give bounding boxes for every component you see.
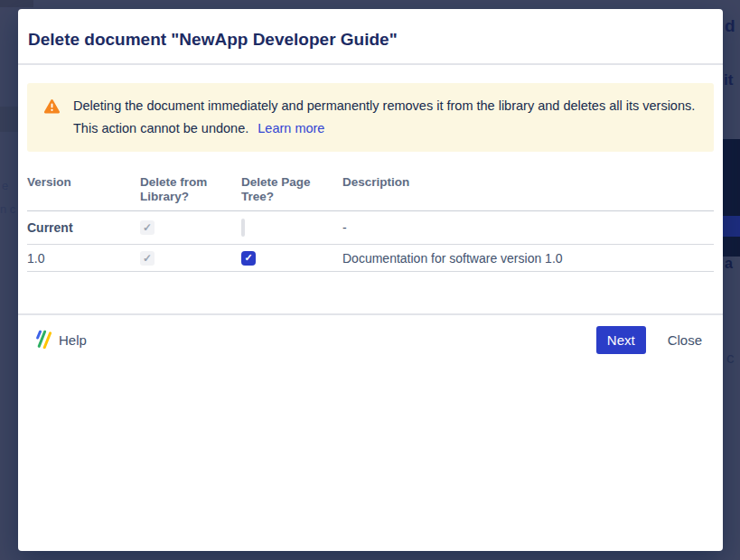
versions-table: Version Delete from Library? Delete Page… — [27, 152, 714, 272]
background-text-fragment: d — [725, 16, 735, 36]
help-logo-icon — [33, 330, 53, 351]
delete-from-library-checkbox-checked-disabled: ✓ — [140, 251, 155, 266]
warning-icon — [43, 95, 61, 140]
delete-page-tree-checkbox-unchecked[interactable] — [241, 219, 245, 237]
table-row-current: Current ✓ - — [27, 211, 714, 245]
background-panel-fragment — [722, 139, 740, 257]
background-dark-rect — [0, 0, 33, 7]
versions-table-header: Version Delete from Library? Delete Page… — [27, 152, 714, 211]
delete-from-library-checkbox-checked-disabled: ✓ — [140, 220, 155, 235]
version-label: Current — [27, 220, 140, 235]
column-header-delete-page-tree: Delete Page Tree? — [241, 175, 342, 204]
warning-message: Deleting the document immediately and pe… — [73, 95, 698, 140]
column-header-delete-from-library: Delete from Library? — [140, 175, 241, 204]
version-label: 1.0 — [27, 251, 140, 266]
dialog-footer: Help Next Close — [18, 313, 723, 365]
warning-banner: Deleting the document immediately and pe… — [27, 83, 714, 152]
warning-message-text: Deleting the document immediately and pe… — [73, 98, 695, 135]
description-cell: - — [342, 220, 714, 235]
dialog-title: Delete document "NewApp Developer Guide" — [28, 30, 398, 50]
background-text-fragment: c — [726, 350, 735, 368]
column-header-version: Version — [27, 175, 140, 204]
background-text-fragment: e — [2, 179, 8, 192]
dialog-header: Delete document "NewApp Developer Guide" — [18, 9, 723, 65]
delete-page-tree-checkbox-checked[interactable]: ✓ — [241, 251, 256, 266]
table-row-1-0: 1.0 ✓ ✓ Documentation for software versi… — [27, 245, 714, 272]
background-text-fragment: it — [724, 71, 733, 89]
background-dark-band — [0, 107, 18, 132]
background-text-fragment: n c — [0, 202, 15, 216]
help-button[interactable]: Help — [33, 330, 87, 351]
help-label: Help — [59, 332, 87, 348]
next-button[interactable]: Next — [596, 326, 646, 354]
checkmark-icon: ✓ — [143, 252, 152, 265]
column-header-description: Description — [342, 175, 714, 204]
background-button-fragment — [722, 216, 740, 237]
checkmark-icon: ✓ — [143, 221, 152, 234]
background-text-fragment: a — [725, 256, 733, 272]
description-cell: Documentation for software version 1.0 — [342, 251, 714, 266]
delete-document-dialog: Delete document "NewApp Developer Guide"… — [18, 9, 723, 551]
close-button[interactable]: Close — [668, 332, 702, 348]
checkmark-icon: ✓ — [244, 252, 252, 264]
learn-more-link[interactable]: Learn more — [258, 121, 324, 135]
